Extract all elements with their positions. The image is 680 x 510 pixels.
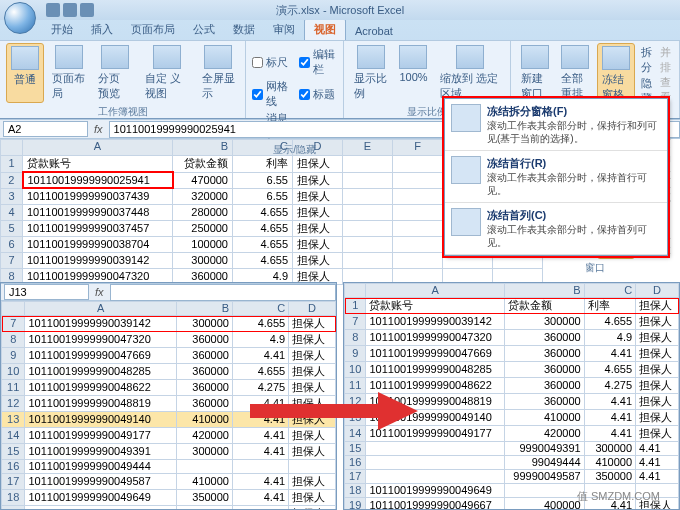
tab-layout[interactable]: 页面布局 — [122, 19, 184, 40]
zoom-100-button[interactable]: 100% — [395, 43, 431, 103]
left-name-box[interactable]: J13 — [4, 284, 89, 300]
titlebar: 演示.xlsx - Microsoft Excel — [0, 0, 680, 20]
page-layout-icon — [55, 45, 83, 69]
group-workbook-views: 普通 页面布局 分页 预览 自定 义视图 全屏显示 工作簿视图 — [0, 41, 246, 118]
window-title: 演示.xlsx - Microsoft Excel — [276, 3, 404, 18]
freeze-panes-item[interactable]: 冻结拆分窗格(F)滚动工作表其余部分时，保持行和列可见(基于当前的选择)。 — [445, 99, 667, 151]
fullscreen-icon — [204, 45, 232, 69]
zoom-sel-icon — [456, 45, 484, 69]
zoom-100-icon — [399, 45, 427, 69]
gridlines-checkbox[interactable]: 网格线 — [252, 79, 291, 109]
tab-data[interactable]: 数据 — [224, 19, 264, 40]
freeze-top-row-item[interactable]: 冻结首行(R)滚动工作表其余部分时，保持首行可见。 — [445, 151, 667, 203]
tab-acrobat[interactable]: Acrobat — [346, 22, 402, 40]
redo-icon[interactable] — [80, 3, 94, 17]
page-layout-button[interactable]: 页面布局 — [48, 43, 90, 103]
page-break-button[interactable]: 分页 预览 — [94, 43, 138, 103]
zoom-selection-button[interactable]: 缩放到 选定区域 — [436, 43, 504, 103]
tab-formulas[interactable]: 公式 — [184, 19, 224, 40]
freeze-col-icon — [451, 208, 481, 236]
name-box[interactable]: A2 — [3, 121, 88, 137]
zoom-button[interactable]: 显示比例 — [350, 43, 391, 103]
new-window-icon — [521, 45, 549, 69]
tab-review[interactable]: 审阅 — [264, 19, 304, 40]
arrange-icon — [561, 45, 589, 69]
freeze-icon — [602, 46, 630, 70]
freeze-row-icon — [451, 156, 481, 184]
freeze-panes-icon — [451, 104, 481, 132]
freeze-panes-menu: 冻结拆分窗格(F)滚动工作表其余部分时，保持行和列可见(基于当前的选择)。 冻结… — [444, 98, 668, 256]
split-button[interactable]: 拆分 — [641, 45, 652, 75]
group-show-hide: 标尺 编辑栏 网格线 标题 消息栏 显示/隐藏 — [246, 41, 344, 118]
undo-icon[interactable] — [63, 3, 77, 17]
headings-checkbox[interactable]: 标题 — [299, 79, 338, 109]
tab-home[interactable]: 开始 — [42, 19, 82, 40]
custom-views-button[interactable]: 自定 义视图 — [141, 43, 193, 103]
left-formula[interactable] — [110, 284, 336, 301]
fx-icon[interactable]: fx — [94, 123, 103, 135]
fx-icon[interactable]: fx — [95, 286, 104, 298]
ribbon-tabs: 开始 插入 页面布局 公式 数据 审阅 视图 Acrobat — [0, 20, 680, 40]
watermark: 值 SMZDM.COM — [577, 489, 660, 504]
formula-bar-checkbox[interactable]: 编辑栏 — [299, 47, 338, 77]
office-button[interactable] — [4, 2, 36, 34]
arrow-annotation — [250, 390, 420, 430]
fullscreen-button[interactable]: 全屏显示 — [198, 43, 240, 103]
ruler-checkbox[interactable]: 标尺 — [252, 47, 291, 77]
freeze-first-col-item[interactable]: 冻结首列(C)滚动工作表其余部分时，保持首列可见。 — [445, 203, 667, 255]
zoom-icon — [357, 45, 385, 69]
page-break-icon — [101, 45, 129, 69]
normal-view-icon — [11, 46, 39, 70]
tab-insert[interactable]: 插入 — [82, 19, 122, 40]
custom-views-icon — [153, 45, 181, 69]
normal-view-button[interactable]: 普通 — [6, 43, 44, 103]
side-by-side-button[interactable]: 并排查看 — [660, 45, 671, 105]
save-icon[interactable] — [46, 3, 60, 17]
qat — [46, 3, 94, 17]
tab-view[interactable]: 视图 — [304, 18, 346, 40]
